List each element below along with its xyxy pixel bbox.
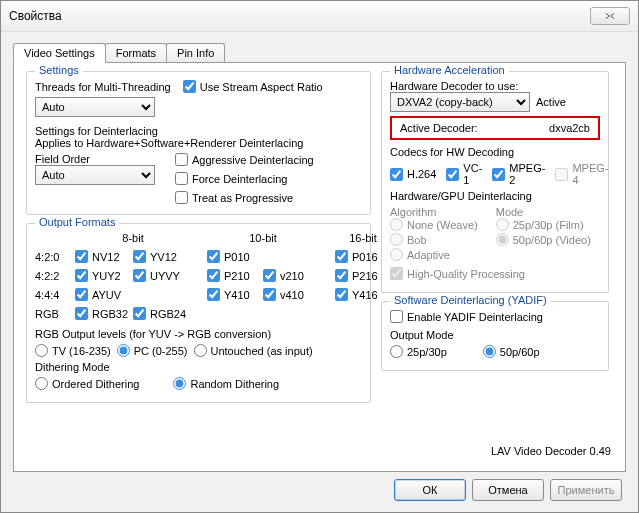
hw-decoder-label: Hardware Decoder to use: bbox=[390, 80, 600, 92]
cb-rgb32[interactable]: RGB32 bbox=[75, 307, 133, 320]
algo-label: Algorithm bbox=[390, 206, 478, 218]
cb-v410[interactable]: v410 bbox=[263, 288, 319, 301]
cb-yuy2[interactable]: YUY2 bbox=[75, 269, 133, 282]
threads-select[interactable]: Auto bbox=[35, 97, 155, 117]
sw-output-mode-label: Output Mode bbox=[390, 329, 600, 341]
mode-label: Mode bbox=[496, 206, 591, 218]
field-order-select[interactable]: Auto bbox=[35, 165, 155, 185]
sw-deint-legend: Software Deinterlacing (YADIF) bbox=[390, 294, 551, 306]
cb-v210[interactable]: v210 bbox=[263, 269, 319, 282]
window-title: Свойства bbox=[9, 9, 62, 23]
deint-applies-label: Applies to Hardware+Software+Renderer De… bbox=[35, 137, 362, 149]
rb-ordered-dither[interactable]: Ordered Dithering bbox=[35, 377, 139, 390]
tab-pin-info[interactable]: Pin Info bbox=[166, 43, 225, 63]
cb-uyvy[interactable]: UYVY bbox=[133, 269, 191, 282]
hw-decoder-select[interactable]: DXVA2 (copy-back) bbox=[390, 92, 530, 112]
rb-25-30-film: 25p/30p (Film) bbox=[496, 218, 584, 231]
row-rgb: RGB bbox=[35, 308, 75, 320]
apply-button: Применить bbox=[550, 479, 622, 501]
rb-25-30[interactable]: 25p/30p bbox=[390, 345, 447, 358]
cb-rgb24[interactable]: RGB24 bbox=[133, 307, 191, 320]
active-decoder-value: dxva2cb bbox=[549, 122, 590, 134]
cb-ayuv[interactable]: AYUV bbox=[75, 288, 133, 301]
row-420: 4:2:0 bbox=[35, 251, 75, 263]
cb-enable-yadif[interactable]: Enable YADIF Deinterlacing bbox=[390, 310, 543, 323]
rb-none: None (Weave) bbox=[390, 218, 478, 231]
hw-accel-legend: Hardware Acceleration bbox=[390, 64, 509, 76]
tab-formats[interactable]: Formats bbox=[105, 43, 167, 63]
rb-random-dither[interactable]: Random Dithering bbox=[173, 377, 279, 390]
settings-legend: Settings bbox=[35, 64, 83, 76]
ok-button[interactable]: ОК bbox=[394, 479, 466, 501]
output-formats-legend: Output Formats bbox=[35, 216, 119, 228]
cb-mpeg2[interactable]: MPEG-2 bbox=[492, 162, 545, 186]
deint-settings-label: Settings for Deinterlacing bbox=[35, 125, 362, 137]
cb-y410[interactable]: Y410 bbox=[207, 288, 263, 301]
cancel-button[interactable]: Отмена bbox=[472, 479, 544, 501]
aggressive-deint-checkbox[interactable]: Aggressive Deinterlacing bbox=[175, 153, 314, 166]
hw-deint-label: Hardware/GPU Deinterlacing bbox=[390, 190, 600, 202]
cb-h264[interactable]: H.264 bbox=[390, 162, 436, 186]
output-formats-group: Output Formats 8-bit 10-bit 16-bit 4:2:0… bbox=[26, 223, 371, 403]
hw-active-label: Active bbox=[536, 96, 566, 108]
cb-nv12[interactable]: NV12 bbox=[75, 250, 133, 263]
close-icon bbox=[603, 11, 617, 21]
cb-p010[interactable]: P010 bbox=[207, 250, 263, 263]
treat-progressive-checkbox[interactable]: Treat as Progressive bbox=[175, 191, 293, 204]
threads-label: Threads for Multi-Threading bbox=[35, 81, 171, 93]
cb-p210[interactable]: P210 bbox=[207, 269, 263, 282]
col-8bit: 8-bit bbox=[75, 232, 191, 244]
rb-50-60[interactable]: 50p/60p bbox=[483, 345, 540, 358]
row-422: 4:2:2 bbox=[35, 270, 75, 282]
cb-mpeg4: MPEG-4 bbox=[555, 162, 608, 186]
sw-deint-group: Software Deinterlacing (YADIF) Enable YA… bbox=[381, 301, 609, 371]
settings-group: Settings Threads for Multi-Threading Use… bbox=[26, 71, 371, 215]
cb-yv12[interactable]: YV12 bbox=[133, 250, 191, 263]
field-order-label: Field Order bbox=[35, 153, 155, 165]
dither-label: Dithering Mode bbox=[35, 361, 362, 373]
col-10bit: 10-bit bbox=[207, 232, 319, 244]
use-stream-aspect-checkbox[interactable]: Use Stream Aspect Ratio bbox=[183, 80, 323, 93]
version-label: LAV Video Decoder 0.49 bbox=[491, 445, 611, 457]
active-decoder-box: Active Decoder: dxva2cb bbox=[390, 116, 600, 140]
rb-50-60-video: 50p/60p (Video) bbox=[496, 233, 591, 246]
active-decoder-label: Active Decoder: bbox=[400, 122, 478, 134]
codecs-label: Codecs for HW Decoding bbox=[390, 146, 600, 158]
rb-adaptive: Adaptive bbox=[390, 248, 450, 261]
rb-untouched[interactable]: Untouched (as input) bbox=[194, 344, 313, 357]
hw-accel-group: Hardware Acceleration Hardware Decoder t… bbox=[381, 71, 609, 293]
cb-vc1[interactable]: VC-1 bbox=[446, 162, 482, 186]
rgb-levels-label: RGB Output levels (for YUV -> RGB conver… bbox=[35, 328, 362, 340]
row-444: 4:4:4 bbox=[35, 289, 75, 301]
window-close-button[interactable] bbox=[590, 7, 630, 25]
force-deint-checkbox[interactable]: Force Deinterlacing bbox=[175, 172, 287, 185]
cb-hq-processing: High-Quality Processing bbox=[390, 267, 525, 280]
rb-tv[interactable]: TV (16-235) bbox=[35, 344, 111, 357]
rb-pc[interactable]: PC (0-255) bbox=[117, 344, 188, 357]
rb-bob: Bob bbox=[390, 233, 427, 246]
tab-video-settings[interactable]: Video Settings bbox=[13, 43, 106, 63]
